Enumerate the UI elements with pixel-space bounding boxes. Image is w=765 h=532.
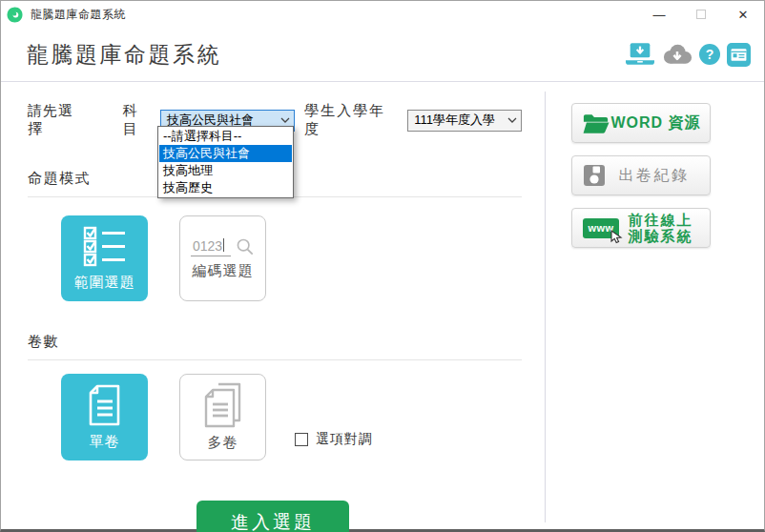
code-select-label: 編碼選題 <box>193 262 254 280</box>
swap-options-label: 選項對調 <box>316 431 373 448</box>
chevron-down-icon <box>280 117 290 123</box>
checkbox-icon[interactable] <box>295 433 308 446</box>
sidebar: WORD 資源 出卷紀錄 www 前往線上 <box>545 82 764 530</box>
range-select-label: 範圍選題 <box>74 274 135 292</box>
code-input-row: 0123 <box>191 237 255 256</box>
window-controls: — ✕ <box>638 1 764 28</box>
header-toolbar: ? <box>626 43 751 67</box>
exam-records-button[interactable]: 出卷紀錄 <box>571 155 711 195</box>
mode-row: 範圍選題 0123 編碼選題 <box>28 215 522 301</box>
document-icon <box>86 383 124 427</box>
titlebar-title: 龍騰題庫命題系統 <box>31 7 126 23</box>
dropdown-option-selected[interactable]: 技高公民與社會 <box>159 145 292 162</box>
search-icon[interactable] <box>236 237 255 256</box>
main-content: 請先選擇 科目 技高公民與社會 學生入學年度 111學年度入學 命題模式 <box>1 82 764 530</box>
checklist-icon <box>83 226 127 268</box>
online-test-label: 前往線上 測驗系統 <box>619 212 702 244</box>
app-logo-icon <box>7 7 23 23</box>
laptop-download-icon[interactable] <box>626 43 654 67</box>
enter-selection-button[interactable]: 進入選題 <box>196 501 349 532</box>
code-input-value: 0123 <box>193 238 222 254</box>
maximize-icon <box>696 10 706 19</box>
cursor-arrow-icon <box>610 230 623 244</box>
multi-paper-label: 多卷 <box>208 434 238 452</box>
help-glyph: ? <box>706 47 714 62</box>
text-caret <box>223 238 224 252</box>
word-resources-label: WORD 資源 <box>610 113 702 133</box>
code-select-card[interactable]: 0123 編碼選題 <box>179 215 266 301</box>
subject-dropdown-list: --請選擇科目-- 技高公民與社會 技高地理 技高歷史 <box>157 126 294 198</box>
subject-label: 科目 <box>123 102 153 138</box>
dropdown-option[interactable]: --請選擇科目-- <box>159 128 292 145</box>
papers-section-title: 卷數 <box>28 333 522 351</box>
prompt-label: 請先選擇 <box>28 102 88 138</box>
range-select-button[interactable]: 範圍選題 <box>61 215 148 301</box>
online-test-line2: 測驗系統 <box>619 228 702 244</box>
header: 龍騰題庫命題系統 ? <box>1 28 764 82</box>
close-button[interactable]: ✕ <box>722 1 764 28</box>
year-label: 學生入學年度 <box>304 102 400 138</box>
cloud-download-icon[interactable] <box>661 43 693 66</box>
page-title: 龍騰題庫命題系統 <box>27 40 221 70</box>
minimize-button[interactable]: — <box>638 1 680 28</box>
year-select-value: 111學年度入學 <box>414 112 507 129</box>
documents-icon <box>200 382 246 428</box>
chevron-down-icon <box>507 117 517 123</box>
maximize-button[interactable] <box>680 1 722 28</box>
online-test-line1: 前往線上 <box>619 212 702 228</box>
single-paper-button[interactable]: 單卷 <box>61 374 148 460</box>
app-window: 龍騰題庫命題系統 — ✕ 龍騰題庫命題系統 <box>0 0 765 532</box>
word-resources-button[interactable]: WORD 資源 <box>571 103 711 143</box>
titlebar: 龍騰題庫命題系統 — ✕ <box>1 1 764 28</box>
save-disk-icon <box>583 164 606 187</box>
vertical-divider <box>545 92 546 522</box>
year-select[interactable]: 111學年度入學 <box>407 110 522 132</box>
code-input[interactable]: 0123 <box>191 238 231 256</box>
folder-open-icon <box>583 113 610 134</box>
online-test-button[interactable]: www 前往線上 測驗系統 <box>571 208 711 248</box>
help-icon[interactable]: ? <box>699 44 720 65</box>
exam-records-label: 出卷紀錄 <box>606 166 702 186</box>
section-divider <box>28 359 522 360</box>
dropdown-option[interactable]: 技高歷史 <box>159 179 292 196</box>
www-icon: www <box>583 218 619 238</box>
papers-row: 單卷 多卷 <box>28 374 522 460</box>
dropdown-option[interactable]: 技高地理 <box>159 162 292 179</box>
single-paper-label: 單卷 <box>90 433 120 451</box>
form-list-icon[interactable] <box>727 43 751 67</box>
swap-options-group[interactable]: 選項對調 <box>295 431 373 448</box>
multi-paper-button[interactable]: 多卷 <box>179 374 266 460</box>
